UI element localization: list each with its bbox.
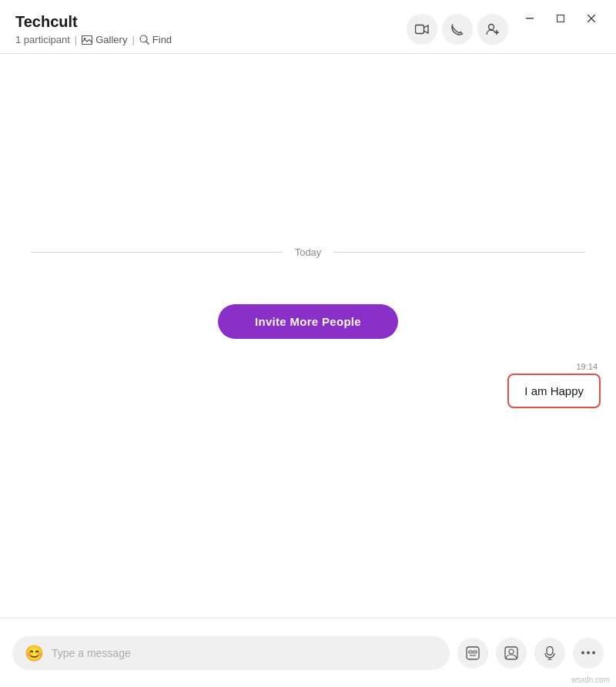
svg-rect-18 [547,646,553,655]
find-label: Find [152,34,172,45]
svg-rect-16 [505,647,517,659]
phone-icon [451,23,464,35]
video-call-button[interactable] [407,14,437,45]
separator-1: | [75,34,77,45]
header-info: Techcult 1 participant | Gallery | Find [15,12,172,45]
svg-point-6 [140,35,147,42]
input-container: 😊 [12,636,450,670]
emoji-button[interactable]: 😊 [25,644,44,662]
messages-area: 19:14 I am Happy [0,354,616,419]
watermark: wsxdn.com [571,675,610,684]
date-divider: Today [0,231,616,273]
invite-more-people-button[interactable]: Invite More People [218,304,398,339]
gallery-link[interactable]: Gallery [82,34,127,45]
svg-rect-13 [469,651,472,653]
svg-line-7 [146,42,149,45]
sticker-button[interactable] [457,638,488,669]
sticker-icon [466,646,480,660]
separator-2: | [132,34,134,45]
message-bubble: I am Happy [507,374,601,408]
audio-button[interactable] [534,638,565,669]
audio-call-button[interactable] [442,14,473,45]
chat-meta: 1 participant | Gallery | Find [15,34,172,45]
find-link[interactable]: Find [139,34,172,45]
message-text: I am Happy [524,384,584,397]
gallery-label: Gallery [95,34,127,45]
invite-section: Invite More People [0,273,616,354]
message-timestamp: 19:14 [576,362,601,371]
svg-point-17 [509,649,514,654]
more-options-button[interactable] [573,638,604,669]
divider-line-right [333,252,585,253]
add-person-icon [486,23,500,35]
svg-rect-8 [416,25,424,33]
svg-point-21 [581,652,584,655]
search-icon [139,35,149,45]
chat-area: Today Invite More People 19:14 I am Happ… [0,77,616,618]
microphone-icon [544,646,555,660]
more-icon [581,651,595,655]
divider-line-left [31,252,283,253]
chat-header: Techcult 1 participant | Gallery | Find [0,0,616,54]
input-bar: 😊 [0,618,616,687]
participant-count: 1 participant [15,34,70,45]
svg-point-23 [592,652,595,655]
header-actions [407,14,508,45]
svg-rect-12 [467,647,479,659]
video-icon [415,24,429,35]
gif-button[interactable] [496,638,527,669]
emoji-icon: 😊 [25,645,44,662]
chat-title: Techcult [15,12,172,31]
message-input[interactable] [52,647,437,659]
add-person-button[interactable] [477,14,508,45]
date-text: Today [283,246,334,258]
message-row: 19:14 I am Happy [15,362,601,408]
svg-point-9 [489,24,494,29]
message-wrapper: 19:14 I am Happy [507,362,601,408]
contact-icon [504,646,518,660]
svg-rect-14 [474,651,477,653]
svg-point-22 [587,652,590,655]
gallery-icon [82,35,92,45]
